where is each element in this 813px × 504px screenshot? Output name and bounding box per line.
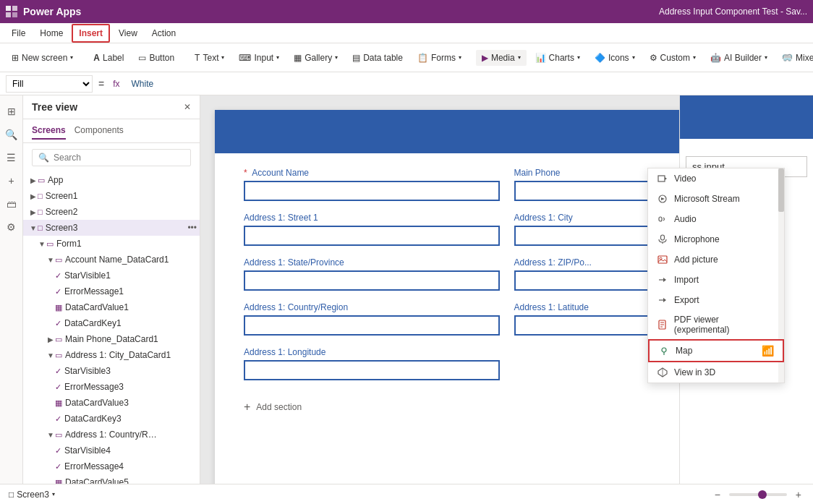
toolbar-gallery[interactable]: ▦ Gallery ▾ xyxy=(288,50,344,66)
tab-components[interactable]: Components xyxy=(75,122,124,140)
tree-item-datacardkey3[interactable]: ✓ DataCardKey3 xyxy=(23,411,200,427)
ai-builder-chevron: ▾ xyxy=(765,54,767,61)
formula-fx-button[interactable]: fx xyxy=(110,77,122,90)
toolbar-text[interactable]: T Text ▾ xyxy=(189,50,230,66)
screen-selector[interactable]: □ Screen3 ▾ xyxy=(9,490,55,500)
city-datacard-expand-icon[interactable]: ▼ xyxy=(46,351,55,359)
tree-item-starvisible1[interactable]: ✓ StarVisible1 xyxy=(23,268,200,283)
screen-checkbox-icon: □ xyxy=(9,490,14,500)
dropdown-item-video[interactable]: Video xyxy=(648,168,784,189)
errormessage1-icon: ✓ xyxy=(55,287,61,296)
dropdown-item-addpicture[interactable]: Add picture xyxy=(648,249,784,270)
tree-item-app[interactable]: ▶ ▭ App xyxy=(23,172,200,188)
tree-view-close-icon[interactable]: ✕ xyxy=(184,102,191,112)
toolbar-icons[interactable]: 🔷 Icons ▾ xyxy=(589,50,641,66)
menu-file[interactable]: File xyxy=(6,25,31,41)
app-title: Power Apps xyxy=(23,6,81,17)
toolbar-media[interactable]: ▶ Media ▾ xyxy=(476,50,527,66)
text-icon: T xyxy=(195,53,200,63)
screen3-more-icon[interactable]: ••• xyxy=(187,223,197,233)
toolbar-new-screen[interactable]: ⊞ New screen ▾ xyxy=(6,50,79,66)
toolbar-forms[interactable]: 📋 Forms ▾ xyxy=(412,50,467,66)
tree-item-form1[interactable]: ▼ ▭ Form1 xyxy=(23,236,200,252)
svg-rect-8 xyxy=(659,217,662,221)
form1-expand-icon[interactable]: ▼ xyxy=(38,240,46,248)
menu-action[interactable]: Action xyxy=(146,25,182,41)
menu-view[interactable]: View xyxy=(113,25,143,41)
screen1-expand-icon[interactable]: ▶ xyxy=(29,192,38,200)
tree-item-datacardkey1[interactable]: ✓ DataCardKey1 xyxy=(23,315,200,331)
svg-rect-11 xyxy=(658,256,667,263)
tab-screens[interactable]: Screens xyxy=(32,122,66,140)
phone-datacard-expand-icon[interactable]: ▶ xyxy=(46,336,55,343)
fill-select[interactable]: Fill xyxy=(6,75,93,93)
screen2-expand-icon[interactable]: ▶ xyxy=(29,208,38,216)
field-longitude-input[interactable] xyxy=(244,360,500,380)
toolbar-label[interactable]: A Label xyxy=(88,50,129,66)
rail-data-icon[interactable]: 🗃 xyxy=(1,194,22,214)
toolbar-charts[interactable]: 📊 Charts ▾ xyxy=(529,50,586,66)
acct-datacard-expand-icon[interactable]: ▼ xyxy=(46,256,55,264)
field-country-input[interactable] xyxy=(244,315,500,336)
dropdown-item-map[interactable]: Map 📶 xyxy=(648,339,784,362)
rail-insert-icon[interactable]: + xyxy=(1,171,22,191)
screen3-expand-icon[interactable]: ▼ xyxy=(29,224,38,232)
tree-item-errormessage1[interactable]: ✓ ErrorMessage1 xyxy=(23,283,200,299)
field-state-input[interactable] xyxy=(244,270,500,291)
field-account-name-input[interactable] xyxy=(244,181,500,201)
toolbar-custom[interactable]: ⚙ Custom ▾ xyxy=(644,50,702,66)
toolbar-datatable[interactable]: ▤ Data table xyxy=(346,50,409,66)
pdf-icon xyxy=(657,319,668,330)
field-street1-label: Address 1: Street 1 xyxy=(244,213,500,223)
tree-item-errormessage3[interactable]: ✓ ErrorMessage3 xyxy=(23,379,200,395)
dropdown-item-export[interactable]: Export xyxy=(648,290,784,310)
dropdown-item-import[interactable]: Import xyxy=(648,270,784,290)
toolbar-button[interactable]: ▭ Button xyxy=(132,50,180,66)
field-street1-input[interactable] xyxy=(244,226,500,246)
custom-icon: ⚙ xyxy=(650,53,657,63)
tree-item-screen3[interactable]: ▼ □ Screen3 ••• xyxy=(23,220,200,236)
svg-rect-4 xyxy=(658,176,665,181)
zoom-slider[interactable] xyxy=(729,493,787,496)
country-datacard-icon: ▭ xyxy=(55,430,62,440)
map-wifi-icon: 📶 xyxy=(762,345,774,356)
app-expand-icon[interactable]: ▶ xyxy=(29,176,38,184)
rail-tree-icon[interactable]: ☰ xyxy=(1,148,22,168)
dropdown-item-stream[interactable]: Microsoft Stream xyxy=(648,189,784,209)
dropdown-item-microphone[interactable]: Microphone xyxy=(648,229,784,249)
tree-item-city-datacard[interactable]: ▼ ▭ Address 1: City_DataCard1 xyxy=(23,347,200,363)
screen1-icon: □ xyxy=(38,192,43,200)
search-input[interactable] xyxy=(54,153,184,163)
rail-settings-icon[interactable]: ⚙ xyxy=(1,217,22,237)
rail-search-icon[interactable]: 🔍 xyxy=(1,124,22,145)
gallery-icon: ▦ xyxy=(294,53,302,63)
tree-item-phone-datacard[interactable]: ▶ ▭ Main Phone_DataCard1 xyxy=(23,331,200,347)
menu-home[interactable]: Home xyxy=(34,25,69,41)
forms-chevron: ▾ xyxy=(459,54,461,61)
country-datacard-expand-icon[interactable]: ▼ xyxy=(46,431,55,439)
dropdown-item-3d[interactable]: View in 3D xyxy=(648,362,784,383)
tree-item-screen2[interactable]: ▶ □ Screen2 xyxy=(23,204,200,220)
dropdown-item-audio[interactable]: Audio xyxy=(648,209,784,229)
video-icon xyxy=(657,173,668,184)
zoom-minus-button[interactable]: − xyxy=(712,489,723,500)
menu-insert[interactable]: Insert xyxy=(72,24,110,43)
formula-value[interactable]: White xyxy=(129,77,807,90)
tree-item-screen1[interactable]: ▶ □ Screen1 xyxy=(23,188,200,204)
field-state: Address 1: State/Province xyxy=(244,257,500,291)
tree-item-datacardvalue1[interactable]: ▦ DataCardValue1 xyxy=(23,299,200,315)
toolbar-ai-builder[interactable]: 🤖 AI Builder ▾ xyxy=(705,50,773,66)
toolbar-mixed-reality[interactable]: 🥽 Mixed Reality ▾ xyxy=(776,50,813,66)
tree-item-acct-datacard[interactable]: ▼ ▭ Account Name_DataCard1 xyxy=(23,252,200,268)
rail-home-icon[interactable]: ⊞ xyxy=(1,101,22,121)
tree-item-starvisible3[interactable]: ✓ StarVisible3 xyxy=(23,363,200,379)
zoom-plus-button[interactable]: + xyxy=(793,489,804,500)
tree-item-errormessage4[interactable]: ✓ ErrorMessage4 xyxy=(23,458,200,474)
tree-item-country-datacard[interactable]: ▼ ▭ Address 1: Country/Region_DataC... xyxy=(23,427,200,443)
toolbar-input[interactable]: ⌨ Input ▾ xyxy=(233,50,285,66)
tree-item-datacardvalue3[interactable]: ▦ DataCardValue3 xyxy=(23,395,200,411)
dropdown-item-pdf[interactable]: PDF viewer (experimental) xyxy=(648,310,784,339)
tree-item-starvisible4[interactable]: ✓ StarVisible4 xyxy=(23,443,200,458)
screen3-icon: □ xyxy=(38,223,43,232)
stream-icon xyxy=(657,193,668,205)
